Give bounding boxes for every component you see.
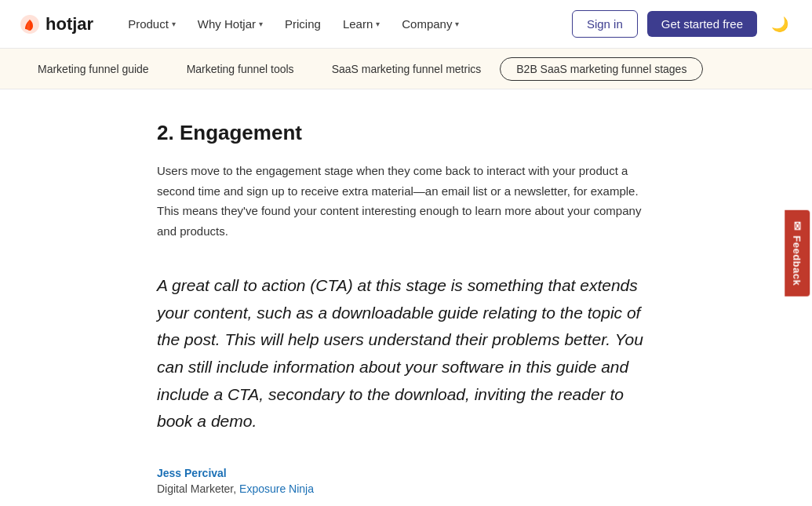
nav-item-company[interactable]: Company ▾ <box>392 11 468 37</box>
product-chevron-icon: ▾ <box>172 20 176 28</box>
learn-chevron-icon: ▾ <box>376 20 380 28</box>
dark-mode-toggle[interactable]: 🌙 <box>766 11 793 38</box>
hotjar-logo-icon <box>19 13 41 35</box>
feedback-label: Feedback <box>791 235 803 286</box>
why-hotjar-chevron-icon: ▾ <box>259 20 263 28</box>
section-body: Users move to the engagement stage when … <box>157 161 643 241</box>
company-chevron-icon: ▾ <box>455 20 459 28</box>
nav-item-product[interactable]: Product ▾ <box>118 11 185 37</box>
subnav-item-tools[interactable]: Marketing funnel tools <box>168 56 313 82</box>
subnav-item-guide[interactable]: Marketing funnel guide <box>19 56 168 82</box>
author-company-link[interactable]: Exposure Ninja <box>239 482 314 495</box>
section-heading: 2. Engagement <box>157 121 643 145</box>
subnav-item-stages[interactable]: B2B SaaS marketing funnel stages <box>500 57 703 81</box>
get-started-button[interactable]: Get started free <box>647 11 757 37</box>
logo-text: hotjar <box>46 14 93 35</box>
nav-item-why-hotjar[interactable]: Why Hotjar ▾ <box>188 11 272 37</box>
pullquote: A great call to action (CTA) at this sta… <box>157 272 643 435</box>
author-name-link[interactable]: Jess Percival <box>157 467 643 479</box>
feedback-tab[interactable]: ✉ Feedback <box>785 209 810 296</box>
nav-item-learn[interactable]: Learn ▾ <box>333 11 389 37</box>
main-content: 2. Engagement Users move to the engageme… <box>0 89 706 506</box>
nav-actions: Sign in Get started free 🌙 <box>572 10 793 38</box>
feedback-icon: ✉ <box>791 220 803 231</box>
nav-links: Product ▾ Why Hotjar ▾ Pricing Learn ▾ C… <box>118 11 572 37</box>
nav-item-pricing[interactable]: Pricing <box>275 11 330 37</box>
signin-button[interactable]: Sign in <box>572 10 638 38</box>
subnav: Marketing funnel guide Marketing funnel … <box>0 49 812 89</box>
navbar: hotjar Product ▾ Why Hotjar ▾ Pricing Le… <box>0 0 812 49</box>
author-section: Jess Percival Digital Marketer, Exposure… <box>157 467 643 495</box>
author-title: Digital Marketer, Exposure Ninja <box>157 482 643 495</box>
logo[interactable]: hotjar <box>19 13 93 35</box>
subnav-item-metrics[interactable]: SaaS marketing funnel metrics <box>313 56 501 82</box>
